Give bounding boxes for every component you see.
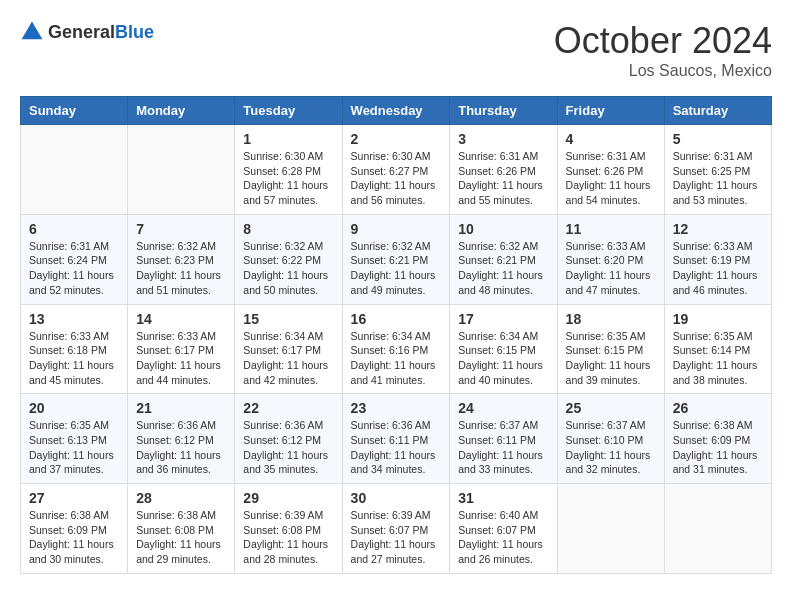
calendar-cell: 9Sunrise: 6:32 AM Sunset: 6:21 PM Daylig…	[342, 214, 450, 304]
day-info: Sunrise: 6:31 AM Sunset: 6:24 PM Dayligh…	[29, 239, 119, 298]
calendar-cell	[21, 125, 128, 215]
day-number: 22	[243, 400, 333, 416]
day-info: Sunrise: 6:39 AM Sunset: 6:08 PM Dayligh…	[243, 508, 333, 567]
page-header: GeneralBlue October 2024 Los Saucos, Mex…	[20, 20, 772, 80]
day-number: 18	[566, 311, 656, 327]
calendar-cell: 11Sunrise: 6:33 AM Sunset: 6:20 PM Dayli…	[557, 214, 664, 304]
day-info: Sunrise: 6:37 AM Sunset: 6:10 PM Dayligh…	[566, 418, 656, 477]
day-info: Sunrise: 6:31 AM Sunset: 6:26 PM Dayligh…	[566, 149, 656, 208]
day-number: 1	[243, 131, 333, 147]
day-number: 24	[458, 400, 548, 416]
logo: GeneralBlue	[20, 20, 154, 44]
calendar-cell: 3Sunrise: 6:31 AM Sunset: 6:26 PM Daylig…	[450, 125, 557, 215]
day-number: 28	[136, 490, 226, 506]
day-info: Sunrise: 6:33 AM Sunset: 6:18 PM Dayligh…	[29, 329, 119, 388]
calendar-cell: 12Sunrise: 6:33 AM Sunset: 6:19 PM Dayli…	[664, 214, 771, 304]
calendar-cell: 23Sunrise: 6:36 AM Sunset: 6:11 PM Dayli…	[342, 394, 450, 484]
day-number: 17	[458, 311, 548, 327]
calendar-header-saturday: Saturday	[664, 97, 771, 125]
calendar-cell: 27Sunrise: 6:38 AM Sunset: 6:09 PM Dayli…	[21, 484, 128, 574]
calendar-cell: 13Sunrise: 6:33 AM Sunset: 6:18 PM Dayli…	[21, 304, 128, 394]
day-info: Sunrise: 6:36 AM Sunset: 6:11 PM Dayligh…	[351, 418, 442, 477]
calendar-cell: 6Sunrise: 6:31 AM Sunset: 6:24 PM Daylig…	[21, 214, 128, 304]
calendar-week-row: 13Sunrise: 6:33 AM Sunset: 6:18 PM Dayli…	[21, 304, 772, 394]
calendar-cell: 7Sunrise: 6:32 AM Sunset: 6:23 PM Daylig…	[128, 214, 235, 304]
calendar-cell: 19Sunrise: 6:35 AM Sunset: 6:14 PM Dayli…	[664, 304, 771, 394]
calendar-cell: 5Sunrise: 6:31 AM Sunset: 6:25 PM Daylig…	[664, 125, 771, 215]
day-info: Sunrise: 6:32 AM Sunset: 6:21 PM Dayligh…	[458, 239, 548, 298]
day-info: Sunrise: 6:31 AM Sunset: 6:26 PM Dayligh…	[458, 149, 548, 208]
day-number: 3	[458, 131, 548, 147]
day-info: Sunrise: 6:33 AM Sunset: 6:17 PM Dayligh…	[136, 329, 226, 388]
calendar-cell: 25Sunrise: 6:37 AM Sunset: 6:10 PM Dayli…	[557, 394, 664, 484]
calendar-cell: 26Sunrise: 6:38 AM Sunset: 6:09 PM Dayli…	[664, 394, 771, 484]
calendar-cell: 30Sunrise: 6:39 AM Sunset: 6:07 PM Dayli…	[342, 484, 450, 574]
day-info: Sunrise: 6:31 AM Sunset: 6:25 PM Dayligh…	[673, 149, 763, 208]
day-info: Sunrise: 6:35 AM Sunset: 6:15 PM Dayligh…	[566, 329, 656, 388]
day-info: Sunrise: 6:40 AM Sunset: 6:07 PM Dayligh…	[458, 508, 548, 567]
calendar-cell: 21Sunrise: 6:36 AM Sunset: 6:12 PM Dayli…	[128, 394, 235, 484]
day-number: 9	[351, 221, 442, 237]
calendar-cell: 24Sunrise: 6:37 AM Sunset: 6:11 PM Dayli…	[450, 394, 557, 484]
day-number: 7	[136, 221, 226, 237]
day-info: Sunrise: 6:38 AM Sunset: 6:09 PM Dayligh…	[673, 418, 763, 477]
calendar-cell: 20Sunrise: 6:35 AM Sunset: 6:13 PM Dayli…	[21, 394, 128, 484]
calendar-cell: 14Sunrise: 6:33 AM Sunset: 6:17 PM Dayli…	[128, 304, 235, 394]
day-number: 19	[673, 311, 763, 327]
day-info: Sunrise: 6:34 AM Sunset: 6:16 PM Dayligh…	[351, 329, 442, 388]
day-number: 14	[136, 311, 226, 327]
calendar-cell: 15Sunrise: 6:34 AM Sunset: 6:17 PM Dayli…	[235, 304, 342, 394]
day-number: 30	[351, 490, 442, 506]
calendar-week-row: 6Sunrise: 6:31 AM Sunset: 6:24 PM Daylig…	[21, 214, 772, 304]
day-number: 20	[29, 400, 119, 416]
calendar-cell: 10Sunrise: 6:32 AM Sunset: 6:21 PM Dayli…	[450, 214, 557, 304]
calendar-header-monday: Monday	[128, 97, 235, 125]
day-number: 25	[566, 400, 656, 416]
day-number: 2	[351, 131, 442, 147]
day-info: Sunrise: 6:39 AM Sunset: 6:07 PM Dayligh…	[351, 508, 442, 567]
day-number: 10	[458, 221, 548, 237]
calendar-header-sunday: Sunday	[21, 97, 128, 125]
logo-text-blue: Blue	[115, 22, 154, 42]
calendar-header-friday: Friday	[557, 97, 664, 125]
logo-icon	[20, 20, 44, 44]
day-number: 11	[566, 221, 656, 237]
month-title: October 2024	[554, 20, 772, 62]
calendar-cell: 17Sunrise: 6:34 AM Sunset: 6:15 PM Dayli…	[450, 304, 557, 394]
calendar-cell: 29Sunrise: 6:39 AM Sunset: 6:08 PM Dayli…	[235, 484, 342, 574]
day-info: Sunrise: 6:34 AM Sunset: 6:17 PM Dayligh…	[243, 329, 333, 388]
day-number: 4	[566, 131, 656, 147]
day-number: 27	[29, 490, 119, 506]
day-info: Sunrise: 6:37 AM Sunset: 6:11 PM Dayligh…	[458, 418, 548, 477]
day-number: 21	[136, 400, 226, 416]
day-number: 6	[29, 221, 119, 237]
calendar-week-row: 1Sunrise: 6:30 AM Sunset: 6:28 PM Daylig…	[21, 125, 772, 215]
calendar-cell: 16Sunrise: 6:34 AM Sunset: 6:16 PM Dayli…	[342, 304, 450, 394]
day-info: Sunrise: 6:30 AM Sunset: 6:28 PM Dayligh…	[243, 149, 333, 208]
day-info: Sunrise: 6:36 AM Sunset: 6:12 PM Dayligh…	[243, 418, 333, 477]
calendar-cell: 22Sunrise: 6:36 AM Sunset: 6:12 PM Dayli…	[235, 394, 342, 484]
day-number: 31	[458, 490, 548, 506]
calendar-cell: 31Sunrise: 6:40 AM Sunset: 6:07 PM Dayli…	[450, 484, 557, 574]
calendar-cell	[557, 484, 664, 574]
calendar-cell: 8Sunrise: 6:32 AM Sunset: 6:22 PM Daylig…	[235, 214, 342, 304]
calendar-header-row: SundayMondayTuesdayWednesdayThursdayFrid…	[21, 97, 772, 125]
day-info: Sunrise: 6:34 AM Sunset: 6:15 PM Dayligh…	[458, 329, 548, 388]
logo-text-general: General	[48, 22, 115, 42]
day-number: 29	[243, 490, 333, 506]
calendar-cell: 28Sunrise: 6:38 AM Sunset: 6:08 PM Dayli…	[128, 484, 235, 574]
calendar-cell: 1Sunrise: 6:30 AM Sunset: 6:28 PM Daylig…	[235, 125, 342, 215]
day-info: Sunrise: 6:35 AM Sunset: 6:14 PM Dayligh…	[673, 329, 763, 388]
day-number: 26	[673, 400, 763, 416]
calendar-header-tuesday: Tuesday	[235, 97, 342, 125]
day-info: Sunrise: 6:33 AM Sunset: 6:19 PM Dayligh…	[673, 239, 763, 298]
day-number: 13	[29, 311, 119, 327]
day-info: Sunrise: 6:35 AM Sunset: 6:13 PM Dayligh…	[29, 418, 119, 477]
day-number: 5	[673, 131, 763, 147]
calendar-cell: 2Sunrise: 6:30 AM Sunset: 6:27 PM Daylig…	[342, 125, 450, 215]
day-info: Sunrise: 6:33 AM Sunset: 6:20 PM Dayligh…	[566, 239, 656, 298]
calendar-cell: 4Sunrise: 6:31 AM Sunset: 6:26 PM Daylig…	[557, 125, 664, 215]
calendar-week-row: 20Sunrise: 6:35 AM Sunset: 6:13 PM Dayli…	[21, 394, 772, 484]
day-number: 12	[673, 221, 763, 237]
day-number: 23	[351, 400, 442, 416]
